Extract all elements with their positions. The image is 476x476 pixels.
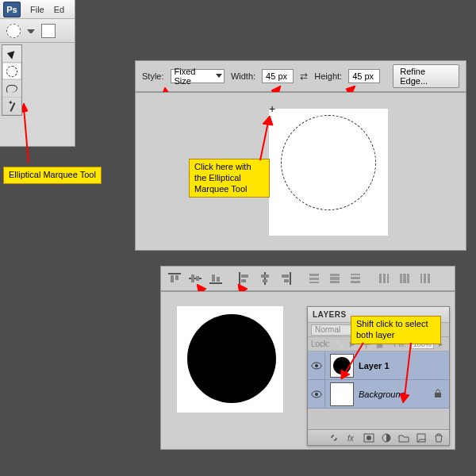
layer-row-background[interactable]: Background [308,380,449,409]
elliptical-marquee-icon [6,66,17,77]
arrow-to-layer1-icon [340,340,371,379]
svg-rect-41 [403,274,406,283]
svg-rect-43 [420,274,422,283]
layer-row-layer1[interactable]: Layer 1 [308,351,449,380]
layer-style-icon[interactable]: fx [346,432,357,443]
svg-rect-21 [241,279,246,282]
align-right-icon[interactable] [277,271,294,286]
lock-label: Lock: [311,340,330,348]
svg-rect-33 [330,281,340,283]
svg-rect-27 [284,279,289,282]
width-label: Width: [231,71,255,81]
arrow-to-canvas-click-icon [255,116,279,163]
canvas-panel-1: + [135,92,466,251]
svg-rect-35 [351,277,360,279]
delete-layer-icon[interactable] [433,432,444,443]
svg-line-65 [405,343,411,397]
svg-rect-42 [407,274,409,283]
panel-icon[interactable] [41,24,56,38]
svg-rect-31 [330,274,340,276]
svg-rect-30 [309,282,319,283]
distribute-bottom-icon[interactable] [347,271,364,286]
svg-rect-18 [217,277,220,282]
svg-line-8 [260,122,268,160]
distribute-right-icon[interactable] [416,271,434,286]
distribute-hcenter-icon[interactable] [396,271,413,286]
distribute-vcenter-icon[interactable] [326,271,344,286]
svg-line-0 [24,108,29,163]
svg-marker-66 [400,393,409,403]
svg-rect-40 [400,274,402,283]
move-tool[interactable] [2,45,21,63]
options-bar-fragment [0,19,75,43]
svg-text:fx: fx [347,434,355,443]
move-cursor-icon [6,48,17,59]
magic-wand-icon [6,101,17,112]
lasso-icon [6,85,17,93]
width-input[interactable]: 45 px [262,69,294,83]
layer-name-background[interactable]: Background [359,390,405,399]
magic-wand-tool[interactable] [2,98,21,115]
arrow-to-background-icon [400,340,424,403]
svg-rect-45 [428,274,430,283]
svg-rect-26 [282,274,289,278]
svg-point-56 [315,393,318,396]
ps-logo-icon: Ps [3,2,21,17]
svg-rect-50 [335,340,340,344]
refine-edge-button[interactable]: Refine Edge... [393,64,459,88]
svg-rect-23 [261,274,269,278]
tool-preset-dropdown-icon[interactable] [27,28,35,34]
link-layers-icon[interactable] [328,432,340,443]
swap-dimensions-icon[interactable]: ⇄ [300,71,308,82]
svg-rect-36 [351,281,360,283]
svg-rect-38 [383,274,386,283]
height-label: Height: [314,71,342,81]
svg-rect-14 [191,274,194,282]
document-canvas-2[interactable] [177,306,283,413]
adjustment-layer-icon[interactable] [381,432,392,443]
layer-thumbnail-background[interactable] [330,382,354,406]
svg-rect-12 [175,275,178,280]
arrow-to-marquee-tool-icon [22,103,54,167]
document-canvas[interactable]: + [269,109,388,236]
svg-rect-28 [309,274,319,276]
visibility-toggle-layer1[interactable] [308,351,325,380]
distribute-top-icon[interactable] [305,271,323,286]
svg-rect-44 [424,274,426,283]
lasso-tool[interactable] [2,80,21,98]
svg-line-63 [344,343,363,374]
svg-rect-34 [351,274,360,275]
elliptical-marquee-tool[interactable] [2,63,21,80]
annotation-click-hint: Click here with the Elliptical Marquee T… [189,159,270,198]
annotation-tool-label: Elliptical Marquee Tool [3,167,102,184]
height-input[interactable]: 45 px [348,69,380,83]
crosshair-cursor-icon: + [269,102,275,115]
active-tool-icon[interactable] [6,24,21,38]
svg-marker-1 [22,103,28,113]
style-select[interactable]: Fixed Size [171,69,225,83]
svg-rect-37 [379,274,382,283]
menubar: Ps File Ed [0,0,75,19]
svg-rect-32 [330,277,340,280]
align-top-icon[interactable] [166,271,183,286]
menu-edit[interactable]: Ed [54,5,64,14]
svg-rect-24 [263,279,267,282]
svg-point-54 [315,364,318,367]
visibility-toggle-background[interactable] [308,380,325,409]
svg-rect-39 [387,274,389,283]
elliptical-selection-marquee [281,115,376,210]
new-layer-icon[interactable] [416,432,427,443]
layer-mask-icon[interactable] [363,432,374,443]
svg-rect-57 [435,393,441,397]
background-lock-icon [433,389,443,400]
svg-point-60 [367,436,371,440]
svg-rect-11 [171,275,174,282]
svg-rect-17 [212,274,215,282]
toolbox [2,44,22,116]
menu-file[interactable]: File [30,5,44,14]
new-group-icon[interactable] [398,432,409,443]
layers-panel-footer: fx [308,429,449,445]
style-label: Style: [142,71,164,81]
svg-rect-29 [309,278,319,280]
distribute-left-icon[interactable] [375,271,393,286]
